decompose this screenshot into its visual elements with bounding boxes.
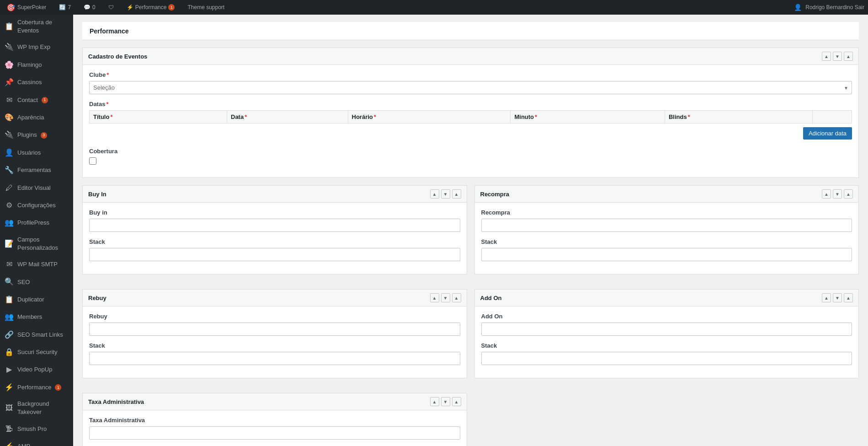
- cadastro-collapse-up-btn[interactable]: ▲: [822, 52, 831, 61]
- sidebar-item-usuarios[interactable]: 👤 Usuários: [0, 144, 73, 161]
- admin-bar-updates[interactable]: 🔄 7: [56, 4, 74, 11]
- buy-in-stack-input[interactable]: [89, 248, 460, 261]
- recompra-up-btn[interactable]: ▲: [822, 189, 831, 199]
- sidebar: 📋 Cobertura de Eventos 🔌 WP Imp Exp 🌸 Fl…: [0, 15, 73, 446]
- admin-bar-right: 👤 Rodrigo Bernardino Sair: [794, 4, 864, 11]
- sidebar-item-performance[interactable]: ⚡ Performance 1: [0, 379, 73, 396]
- datas-required: *: [106, 101, 108, 107]
- sidebar-label-seo-smart-links: SEO Smart Links: [17, 331, 63, 339]
- sidebar-item-duplicator[interactable]: 📋 Duplicator: [0, 291, 73, 308]
- add-date-button[interactable]: Adicionar data: [803, 127, 852, 140]
- sidebar-label-flamingo: Flamingo: [17, 61, 42, 69]
- addon-stack-input[interactable]: [481, 352, 852, 365]
- sidebar-item-aparencia[interactable]: 🎨 Aparência: [0, 109, 73, 126]
- addon-up-btn[interactable]: ▲: [822, 293, 831, 302]
- datas-group: Datas* Título* Data*: [89, 101, 852, 141]
- admin-bar-comments[interactable]: 💬 0: [81, 4, 98, 11]
- buy-in-down-btn[interactable]: ▼: [441, 189, 450, 199]
- sidebar-item-configuracoes[interactable]: ⚙ Configurações: [0, 197, 73, 214]
- addon-label: Add On: [481, 313, 852, 320]
- add-date-row: Adicionar data: [89, 124, 852, 141]
- sidebar-label-plugins: Plugins: [17, 131, 37, 139]
- comments-icon: 💬: [84, 4, 91, 11]
- rebuy-stack-input[interactable]: [89, 352, 460, 365]
- addon-down-btn[interactable]: ▼: [833, 293, 842, 302]
- rebuy-input[interactable]: [89, 322, 460, 336]
- cadastro-panel-controls: ▲ ▼ ▲: [822, 52, 853, 61]
- taxa-close-btn[interactable]: ▲: [452, 397, 461, 406]
- recompra-stack-input[interactable]: [481, 248, 852, 261]
- rebuy-panel: Rebuy ▲ ▼ ▲ Rebuy Stack: [82, 289, 467, 378]
- rebuy-up-btn[interactable]: ▲: [430, 293, 439, 302]
- sidebar-item-plugins[interactable]: 🔌 Plugins 3: [0, 126, 73, 144]
- sidebar-item-cassinos[interactable]: 📌 Cassinos: [0, 74, 73, 91]
- taxa-input[interactable]: [89, 426, 460, 440]
- sidebar-item-editor-visual[interactable]: 🖊 Editor Visual: [0, 179, 73, 197]
- editor-visual-icon: 🖊: [5, 183, 14, 193]
- taxa-down-btn[interactable]: ▼: [441, 397, 450, 406]
- datas-col-minuto: Minuto*: [511, 111, 665, 124]
- sidebar-item-amp[interactable]: ⚡ AMP: [0, 438, 73, 446]
- sidebar-label-ferramentas: Ferramentas: [17, 166, 51, 174]
- rebuy-close-btn[interactable]: ▲: [452, 293, 461, 302]
- sidebar-item-smush-pro[interactable]: 🗜 Smush Pro: [0, 420, 73, 438]
- sidebar-item-wp-mail-smtp[interactable]: ✉ WP Mail SMTP: [0, 256, 73, 273]
- admin-bar-left: 🎯 SuperPoker 🔄 7 💬 0 🛡 ⚡ Performance 1 T…: [4, 3, 794, 12]
- sidebar-item-wp-imp-exp[interactable]: 🔌 WP Imp Exp: [0, 38, 73, 56]
- buy-in-panel-body: Buy in Stack: [83, 203, 467, 274]
- cadastro-collapse-down-btn[interactable]: ▼: [833, 52, 842, 61]
- taxa-panel-header: Taxa Administrativa ▲ ▼ ▲: [83, 393, 467, 410]
- amp-icon: ⚡: [5, 441, 14, 446]
- cobertura-icon: 📋: [5, 21, 14, 32]
- performance-sidebar-icon: ⚡: [5, 382, 14, 392]
- sidebar-label-usuarios: Usuários: [17, 149, 41, 157]
- buy-in-close-btn[interactable]: ▲: [452, 189, 461, 199]
- addon-input[interactable]: [481, 322, 852, 336]
- sidebar-item-contact[interactable]: ✉ Contact 1: [0, 91, 73, 109]
- cobertura-checkbox[interactable]: [89, 157, 96, 165]
- cobertura-label: Cobertura: [89, 148, 852, 155]
- clube-select[interactable]: Seleção: [89, 81, 852, 94]
- cobertura-group: Cobertura: [89, 148, 852, 165]
- clube-select-wrapper: Seleção ▼: [89, 81, 852, 94]
- taxa-up-btn[interactable]: ▲: [430, 397, 439, 406]
- datas-col-titulo: Título*: [90, 111, 227, 124]
- sidebar-item-flamingo[interactable]: 🌸 Flamingo: [0, 56, 73, 74]
- recompra-input[interactable]: [481, 219, 852, 232]
- sidebar-item-seo-smart-links[interactable]: 🔗 SEO Smart Links: [0, 326, 73, 344]
- admin-bar-theme-support[interactable]: Theme support: [185, 4, 227, 11]
- recompra-down-btn[interactable]: ▼: [833, 189, 842, 199]
- sidebar-item-members[interactable]: 👥 Members: [0, 308, 73, 326]
- sidebar-label-profilepress: ProfilePress: [17, 219, 49, 227]
- wp-mail-icon: ✉: [5, 259, 14, 269]
- sidebar-item-campos-personalizados[interactable]: 📝 Campos Personalizados: [0, 232, 73, 256]
- sidebar-item-sucuri-security[interactable]: 🔒 Sucuri Security: [0, 344, 73, 361]
- cadastro-close-btn[interactable]: ▲: [844, 52, 853, 61]
- datas-table-head: Título* Data* Horário* Minuto*: [90, 111, 852, 124]
- performance-badge: 1: [168, 4, 175, 11]
- sidebar-item-cobertura-eventos[interactable]: 📋 Cobertura de Eventos: [0, 15, 73, 38]
- clube-group: Clube* Seleção ▼: [89, 71, 852, 94]
- admin-bar-performance[interactable]: ⚡ Performance 1: [124, 4, 178, 11]
- duplicator-icon: 📋: [5, 295, 14, 305]
- buy-in-up-btn[interactable]: ▲: [430, 189, 439, 199]
- admin-bar-site[interactable]: 🎯 SuperPoker: [4, 3, 49, 12]
- rebuy-label: Rebuy: [89, 313, 460, 320]
- sidebar-item-seo[interactable]: 🔍 SEO: [0, 273, 73, 290]
- cadastro-panel-body: Clube* Seleção ▼ Datas*: [83, 65, 858, 177]
- sidebar-item-background-takeover[interactable]: 🖼 Background Takeover: [0, 396, 73, 420]
- addon-panel-title: Add On: [480, 295, 502, 301]
- buy-in-input[interactable]: [89, 219, 460, 232]
- sidebar-item-profilepress[interactable]: 👥 ProfilePress: [0, 214, 73, 231]
- cobertura-checkbox-wrapper: [89, 157, 852, 165]
- sidebar-item-ferramentas[interactable]: 🔧 Ferramentas: [0, 161, 73, 179]
- rebuy-down-btn[interactable]: ▼: [441, 293, 450, 302]
- clube-label: Clube*: [89, 71, 852, 78]
- addon-close-btn[interactable]: ▲: [844, 293, 853, 302]
- recompra-close-btn[interactable]: ▲: [844, 189, 853, 199]
- datas-table-header-row: Título* Data* Horário* Minuto*: [90, 111, 852, 124]
- sidebar-item-video-popup[interactable]: ▶ Video PopUp: [0, 361, 73, 378]
- seo-icon: 🔍: [5, 277, 14, 287]
- cadastro-panel-title: Cadastro de Eventos: [88, 53, 147, 60]
- admin-bar-shield[interactable]: 🛡: [106, 4, 117, 11]
